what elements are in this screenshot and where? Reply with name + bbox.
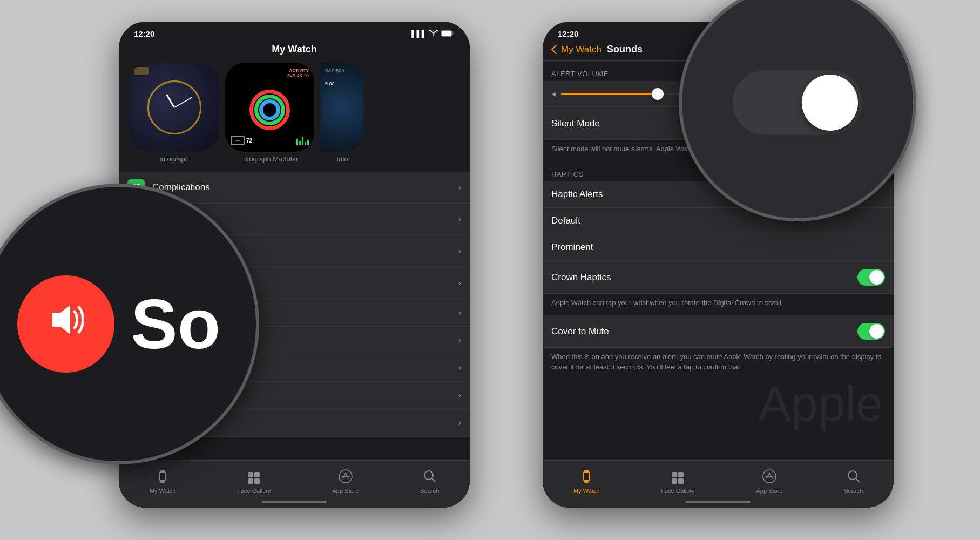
my-watch-icon-right bbox=[579, 469, 594, 486]
tab-bar-left: My Watch Face Gallery bbox=[119, 460, 470, 508]
watch-face-infograph[interactable]: Infograph bbox=[130, 63, 219, 163]
home-indicator-left bbox=[262, 501, 327, 503]
svg-point-38 bbox=[763, 470, 776, 483]
svg-rect-34 bbox=[672, 472, 677, 477]
crown-haptics-toggle-thumb bbox=[869, 270, 884, 285]
volume-icon bbox=[44, 301, 87, 347]
tab-label-my-watch-left: My Watch bbox=[150, 488, 176, 494]
tab-label-app-store-left: App Store bbox=[332, 488, 359, 494]
sound-icon-circle bbox=[17, 275, 114, 373]
cover-to-mute-toggle-thumb bbox=[869, 324, 884, 339]
watch-face-label-2: Infograph Modular bbox=[241, 155, 299, 163]
svg-point-0 bbox=[433, 35, 434, 36]
tab-face-gallery-right[interactable]: Face Gallery bbox=[661, 469, 694, 494]
apple-watermark: Apple bbox=[759, 366, 883, 439]
crown-haptics-desc: Apple Watch can tap your wrist when you … bbox=[543, 294, 894, 315]
cover-to-mute-label: Cover to Mute bbox=[551, 326, 857, 337]
tab-label-app-store-right: App Store bbox=[756, 488, 782, 494]
svg-rect-35 bbox=[678, 472, 684, 477]
svg-marker-26 bbox=[52, 305, 70, 334]
cover-to-mute-toggle[interactable] bbox=[857, 323, 885, 340]
crown-haptics-label: Crown Haptics bbox=[551, 272, 857, 283]
page-title-right: Sounds bbox=[607, 44, 643, 55]
haptic-prominent-row[interactable]: Prominent bbox=[543, 234, 894, 261]
svg-rect-21 bbox=[254, 472, 260, 477]
haptic-default-label: Default bbox=[551, 215, 580, 226]
tab-face-gallery-left[interactable]: Face Gallery bbox=[237, 469, 271, 494]
tab-app-store-right[interactable]: App Store bbox=[756, 469, 782, 494]
face-gallery-icon-right bbox=[670, 469, 685, 486]
volume-low-icon: ◂ bbox=[551, 89, 556, 99]
tab-label-my-watch-right: My Watch bbox=[573, 488, 600, 494]
tab-my-watch-right[interactable]: My Watch bbox=[573, 469, 600, 494]
svg-rect-2 bbox=[442, 30, 452, 36]
svg-rect-32 bbox=[584, 470, 589, 472]
volume-slider-thumb[interactable] bbox=[652, 88, 664, 100]
tab-my-watch-left[interactable]: My Watch bbox=[150, 469, 176, 494]
tab-bar-right: My Watch Face Gallery bbox=[543, 460, 894, 508]
watch-face-label-1: Infograph bbox=[159, 155, 189, 163]
zoom-toggle-content bbox=[733, 70, 862, 135]
crown-haptics-toggle[interactable] bbox=[857, 269, 885, 286]
tab-label-search-right: Search bbox=[844, 488, 863, 494]
tab-search-left[interactable]: Search bbox=[420, 469, 439, 494]
back-button[interactable]: My Watch bbox=[551, 44, 601, 55]
home-indicator-right bbox=[686, 501, 751, 503]
tab-search-right[interactable]: Search bbox=[844, 469, 863, 494]
page-title-left: My Watch bbox=[119, 38, 470, 63]
watch-faces-row: Infograph ACTIVITY 345 43 10 bbox=[119, 63, 470, 172]
svg-rect-17 bbox=[160, 473, 165, 480]
status-icons-left: ▌▌▌ bbox=[411, 30, 455, 38]
time-right: 12:20 bbox=[558, 29, 578, 38]
wifi-icon bbox=[429, 30, 438, 38]
status-bar-left: 12:20 ▌▌▌ bbox=[119, 22, 470, 38]
svg-point-24 bbox=[339, 470, 352, 483]
my-watch-icon bbox=[155, 469, 170, 486]
time-left: 12:20 bbox=[134, 29, 154, 38]
watch-face-label-3: Info bbox=[336, 155, 348, 163]
svg-rect-18 bbox=[160, 470, 165, 472]
svg-rect-23 bbox=[254, 478, 260, 484]
signal-icon: ▌▌▌ bbox=[411, 30, 427, 38]
watch-face-activity[interactable]: ACTIVITY 345 43 10 bbox=[225, 63, 314, 163]
notifications-chevron: › bbox=[458, 214, 461, 224]
watch-face-partial[interactable]: S&P 500 5.00 Info bbox=[321, 63, 364, 163]
tab-label-face-gallery-left: Face Gallery bbox=[237, 488, 271, 494]
zoom-sound-text: So bbox=[131, 289, 220, 359]
search-icon-right bbox=[846, 469, 861, 486]
svg-rect-36 bbox=[672, 478, 677, 484]
complications-label: Complications bbox=[152, 182, 458, 193]
cover-to-mute-row[interactable]: Cover to Mute bbox=[543, 315, 894, 348]
svg-rect-33 bbox=[584, 481, 589, 483]
svg-rect-31 bbox=[584, 473, 589, 480]
app-layout-chevron: › bbox=[458, 246, 461, 256]
app-store-icon-left bbox=[338, 469, 353, 486]
large-toggle-visual bbox=[733, 70, 862, 135]
battery-icon bbox=[441, 30, 455, 38]
svg-rect-22 bbox=[248, 478, 253, 484]
complications-chevron: › bbox=[458, 183, 461, 192]
haptic-prominent-label: Prominent bbox=[551, 242, 593, 253]
large-toggle-thumb bbox=[802, 75, 858, 131]
tab-label-search-left: Search bbox=[420, 488, 439, 494]
volume-slider-fill bbox=[561, 93, 658, 95]
svg-rect-20 bbox=[248, 472, 253, 477]
app-store-icon-right bbox=[762, 469, 777, 486]
svg-rect-19 bbox=[160, 481, 165, 483]
svg-rect-37 bbox=[678, 478, 684, 484]
crown-haptics-row[interactable]: Crown Haptics bbox=[543, 261, 894, 294]
tab-app-store-left[interactable]: App Store bbox=[332, 469, 359, 494]
tab-label-face-gallery-right: Face Gallery bbox=[661, 488, 694, 494]
dock-chevron: › bbox=[458, 278, 461, 288]
search-icon-left bbox=[422, 469, 437, 486]
back-label: My Watch bbox=[561, 44, 601, 55]
face-gallery-icon-left bbox=[246, 469, 261, 486]
